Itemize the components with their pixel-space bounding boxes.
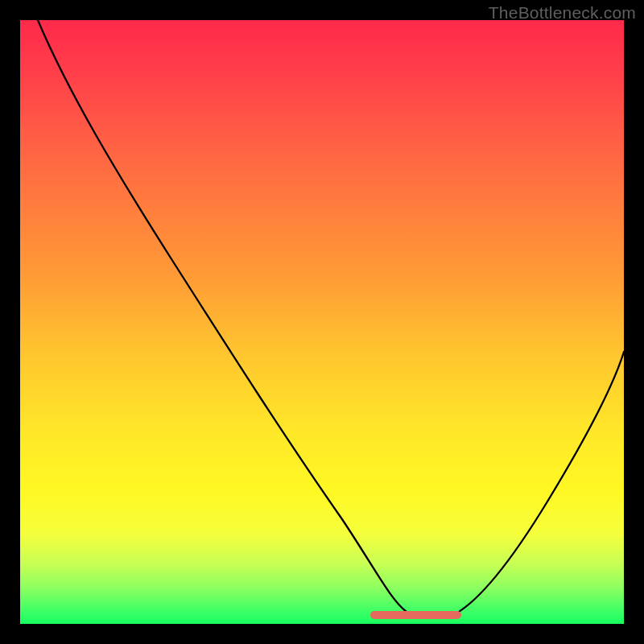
chart-plot-area bbox=[20, 20, 624, 624]
bottleneck-curve bbox=[20, 20, 624, 624]
curve-path bbox=[38, 20, 624, 618]
chart-frame: TheBottleneck.com bbox=[0, 0, 644, 644]
optimal-range-marker bbox=[370, 611, 461, 619]
watermark-text: TheBottleneck.com bbox=[489, 3, 636, 23]
